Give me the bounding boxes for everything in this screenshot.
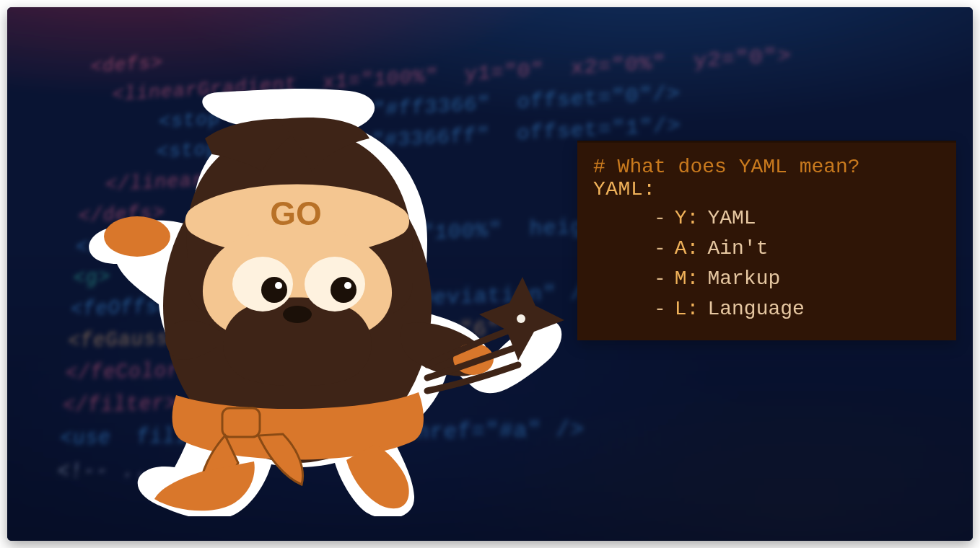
yaml-dash: - (654, 234, 666, 264)
yaml-item: -L:Language (593, 294, 940, 324)
svg-rect-10 (222, 408, 260, 437)
yaml-comment: # What does YAML mean? (593, 156, 940, 178)
yaml-value: Ain't (707, 234, 768, 264)
yaml-dash: - (654, 294, 666, 324)
yaml-value: YAML (707, 203, 756, 234)
svg-point-1 (104, 216, 170, 257)
yaml-key: Y: (675, 203, 699, 234)
yaml-key: L: (675, 294, 699, 324)
svg-point-5 (261, 277, 287, 303)
svg-point-9 (283, 306, 312, 323)
headband-text: GO (270, 195, 322, 232)
yaml-root-key: YAML: (593, 178, 940, 200)
yaml-key: A: (675, 234, 699, 264)
yaml-item: -M:Markup (593, 264, 940, 294)
yaml-dash: - (654, 203, 666, 234)
yaml-panel: # What does YAML mean? YAML: -Y:YAML-A:A… (577, 141, 956, 340)
svg-point-13 (517, 314, 525, 323)
ninja-gopher-svg: GO (52, 76, 572, 516)
yaml-key: M: (675, 264, 699, 294)
yaml-list: -Y:YAML-A:Ain't-M:Markup-L:Language (593, 203, 940, 324)
svg-point-7 (275, 282, 282, 289)
svg-point-6 (331, 277, 356, 303)
ninja-gopher-mascot: GO (52, 76, 572, 516)
yaml-item: -A:Ain't (593, 234, 940, 264)
hero-frame: <defs> <linearGradient x1="100%" y1="0" … (7, 7, 973, 541)
yaml-item: -Y:YAML (593, 203, 940, 234)
yaml-dash: - (654, 264, 666, 294)
svg-point-8 (344, 282, 351, 289)
yaml-value: Markup (707, 264, 780, 294)
yaml-value: Language (707, 294, 804, 324)
